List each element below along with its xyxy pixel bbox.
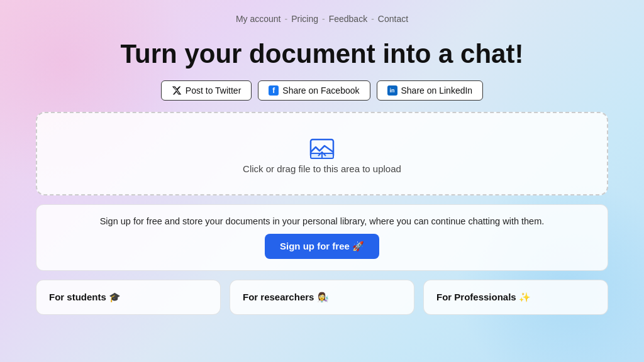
- facebook-share-button[interactable]: f Share on Facebook: [258, 80, 370, 101]
- facebook-icon: f: [269, 85, 279, 96]
- nav-sep-2: -: [322, 14, 325, 24]
- signup-banner: Sign up for free and store your document…: [36, 204, 608, 271]
- upload-text: Click or drag file to this area to uploa…: [243, 163, 401, 174]
- category-cards: For students 🎓 For researchers 👩‍🔬 For P…: [36, 280, 608, 315]
- facebook-share-label: Share on Facebook: [282, 85, 359, 96]
- share-buttons: Post to Twitter f Share on Facebook in S…: [161, 80, 483, 101]
- twitter-icon: [172, 85, 182, 96]
- nav-sep-1: -: [285, 14, 288, 24]
- hero-title: Turn your document into a chat!: [121, 39, 524, 69]
- nav-sep-3: -: [371, 14, 374, 24]
- upload-area[interactable]: Click or drag file to this area to uploa…: [36, 112, 608, 195]
- page-wrapper: My account - Pricing - Feedback - Contac…: [0, 0, 644, 315]
- signup-button[interactable]: Sign up for free 🚀: [265, 234, 379, 259]
- linkedin-share-label: Share on LinkedIn: [401, 85, 473, 96]
- nav-my-account[interactable]: My account: [236, 14, 281, 24]
- linkedin-share-button[interactable]: in Share on LinkedIn: [377, 80, 484, 101]
- signup-description: Sign up for free and store your document…: [100, 216, 545, 226]
- category-researchers: For researchers 👩‍🔬: [230, 280, 414, 315]
- nav-contact[interactable]: Contact: [378, 14, 408, 24]
- twitter-share-label: Post to Twitter: [186, 85, 241, 96]
- upload-icon: [307, 133, 337, 163]
- nav-feedback[interactable]: Feedback: [329, 14, 367, 24]
- twitter-share-button[interactable]: Post to Twitter: [161, 80, 252, 101]
- nav: My account - Pricing - Feedback - Contac…: [236, 14, 408, 24]
- category-professionals: For Professionals ✨: [423, 280, 608, 315]
- linkedin-icon: in: [387, 85, 397, 96]
- nav-pricing[interactable]: Pricing: [291, 14, 318, 24]
- category-students: For students 🎓: [36, 280, 221, 315]
